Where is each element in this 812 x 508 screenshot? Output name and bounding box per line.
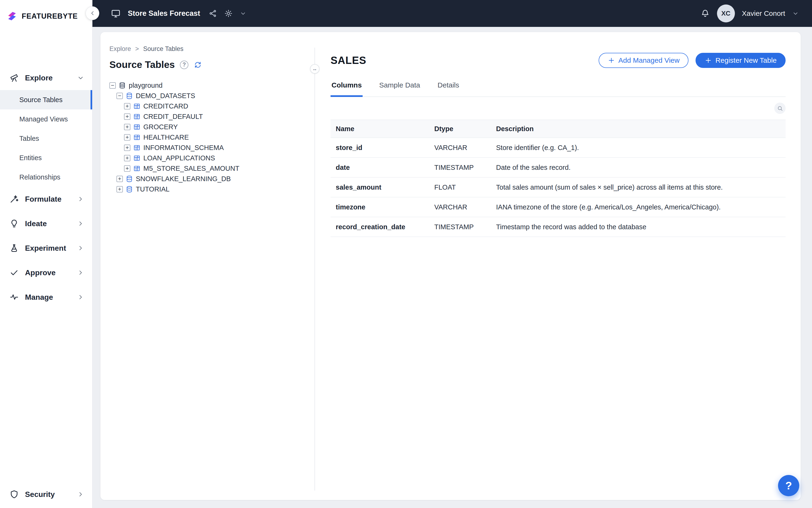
sidebar-item-managed-views[interactable]: Managed Views — [0, 110, 92, 129]
sidebar-item-label: Approve — [25, 268, 56, 277]
tree-node-creditcard[interactable]: + CREDITCARD — [109, 101, 308, 111]
tree-node-label: CREDIT_DEFAULT — [143, 113, 203, 121]
table-header-row: Name Dtype Description — [330, 120, 785, 138]
database-icon — [126, 185, 133, 193]
tab-details[interactable]: Details — [437, 79, 460, 96]
sidebar-item-ideate[interactable]: Ideate — [0, 211, 92, 236]
tree-node-label: GROCERY — [143, 123, 178, 131]
cell-name: store_id — [330, 144, 429, 152]
search-button[interactable] — [774, 102, 785, 114]
table-icon — [133, 155, 140, 162]
tab-columns[interactable]: Columns — [330, 79, 363, 97]
sidebar: FEATUREBYTE Explore Source Tables Manage… — [0, 0, 92, 508]
sidebar-nav: Explore Source Tables Managed Views Tabl… — [0, 66, 92, 309]
tree-node-healthcare[interactable]: + HEALTHCARE — [109, 132, 308, 142]
database-stack-icon — [119, 82, 126, 89]
tree-node-m5-store-sales-amount[interactable]: + M5_STORE_SALES_AMOUNT — [109, 163, 308, 174]
sidebar-item-label: Explore — [25, 74, 53, 82]
column-header-name: Name — [330, 125, 429, 133]
help-icon[interactable]: ? — [180, 60, 188, 69]
tree-expand-icon[interactable]: + — [124, 134, 130, 140]
tree-node-grocery[interactable]: + GROCERY — [109, 122, 308, 132]
manage-icon — [9, 292, 19, 302]
sidebar-collapse-button[interactable] — [86, 6, 99, 20]
tree-node-loan-applications[interactable]: + LOAN_APPLICATIONS — [109, 153, 308, 163]
gear-icon[interactable] — [224, 9, 233, 18]
topbar: Store Sales Forecast XC Xavier Conort — [92, 0, 812, 27]
tree-node-information-schema[interactable]: + INFORMATION_SCHEMA — [109, 142, 308, 153]
avatar[interactable]: XC — [717, 4, 735, 23]
tree-expand-icon[interactable]: + — [117, 186, 123, 193]
source-tables-tree: − playground − DEMO_DATASETS + CREDITCAR… — [109, 80, 308, 194]
sidebar-item-label: Manage — [25, 293, 53, 302]
table-icon — [133, 102, 140, 110]
ideate-icon — [9, 219, 19, 228]
tree-node-snowflake-learning-db[interactable]: + SNOWFLAKE_LEARNING_DB — [109, 174, 308, 184]
sidebar-item-tables[interactable]: Tables — [0, 129, 92, 148]
table-row: record_creation_date TIMESTAMP Timestamp… — [330, 217, 785, 237]
columns-table: Name Dtype Description store_id VARCHAR … — [330, 120, 785, 237]
brand-name-light: BYTE — [57, 12, 78, 20]
sidebar-item-approve[interactable]: Approve — [0, 260, 92, 285]
register-new-table-button[interactable]: Register New Table — [695, 53, 785, 68]
sidebar-item-formulate[interactable]: Formulate — [0, 187, 92, 211]
user-menu-chevron-icon[interactable] — [792, 10, 799, 17]
cell-name: timezone — [330, 203, 429, 211]
column-header-dtype: Dtype — [429, 125, 491, 133]
resize-handle[interactable]: ↔ — [310, 64, 319, 74]
sidebar-item-source-tables[interactable]: Source Tables — [0, 90, 92, 110]
refresh-icon[interactable] — [193, 60, 202, 69]
button-label: Add Managed View — [619, 56, 680, 65]
chevron-right-icon — [77, 491, 84, 498]
plus-icon — [607, 56, 615, 64]
tree-collapse-icon[interactable]: − — [117, 93, 123, 99]
tree-expand-icon[interactable]: + — [124, 103, 130, 110]
table-title: SALES — [330, 54, 366, 66]
sidebar-item-entities[interactable]: Entities — [0, 148, 92, 167]
sidebar-item-label: Tables — [19, 135, 39, 142]
chevron-down-icon[interactable] — [240, 10, 246, 17]
panel-divider: ↔ — [315, 32, 315, 500]
table-icon — [133, 113, 140, 120]
tree-node-credit-default[interactable]: + CREDIT_DEFAULT — [109, 111, 308, 122]
sidebar-item-explore[interactable]: Explore — [0, 66, 92, 90]
help-fab-button[interactable]: ? — [778, 475, 799, 496]
table-detail-panel: SALES Add Managed View Register New Tabl… — [315, 32, 801, 500]
cell-description: Timestamp the record was added to the da… — [491, 223, 785, 231]
detail-header: SALES Add Managed View Register New Tabl… — [330, 53, 785, 68]
tree-collapse-icon[interactable]: − — [109, 82, 116, 89]
tree-expand-icon[interactable]: + — [124, 155, 130, 161]
tree-expand-icon[interactable]: + — [124, 114, 130, 120]
sidebar-bottom: Security — [0, 482, 92, 508]
project-switcher[interactable]: Store Sales Forecast — [111, 8, 246, 18]
share-icon[interactable] — [209, 9, 217, 18]
project-title: Store Sales Forecast — [128, 9, 200, 18]
sidebar-item-experiment[interactable]: Experiment — [0, 236, 92, 260]
tree-node-tutorial[interactable]: + TUTORIAL — [109, 184, 308, 194]
tree-expand-icon[interactable]: + — [124, 144, 130, 151]
cell-description: Total sales amount (sum of sales × sell_… — [491, 183, 785, 191]
sidebar-item-label: Security — [25, 490, 55, 499]
tree-node-demo-datasets[interactable]: − DEMO_DATASETS — [109, 91, 308, 101]
user-name: Xavier Conort — [742, 9, 785, 17]
table-icon — [133, 144, 140, 152]
tree-node-label: playground — [129, 82, 163, 89]
breadcrumb-explore[interactable]: Explore — [109, 45, 131, 53]
sidebar-item-security[interactable]: Security — [0, 482, 92, 507]
notifications-bell-icon[interactable] — [701, 9, 710, 18]
add-managed-view-button[interactable]: Add Managed View — [599, 53, 689, 68]
tree-expand-icon[interactable]: + — [124, 165, 130, 172]
table-row: timezone VARCHAR IANA timezone of the st… — [330, 198, 785, 217]
sidebar-item-manage[interactable]: Manage — [0, 285, 92, 309]
tree-expand-icon[interactable]: + — [124, 124, 130, 130]
sidebar-item-relationships[interactable]: Relationships — [0, 167, 92, 187]
page-title: Source Tables — [109, 59, 175, 70]
tab-sample-data[interactable]: Sample Data — [378, 79, 421, 96]
cell-dtype: VARCHAR — [429, 144, 491, 152]
tree-expand-icon[interactable]: + — [117, 176, 123, 182]
chevron-right-icon — [77, 245, 84, 252]
cell-description: IANA timezone of the store (e.g. America… — [491, 203, 785, 211]
sidebar-item-label: Relationships — [19, 173, 60, 181]
tree-node-playground[interactable]: − playground — [109, 80, 308, 91]
breadcrumb-separator: > — [135, 45, 139, 53]
